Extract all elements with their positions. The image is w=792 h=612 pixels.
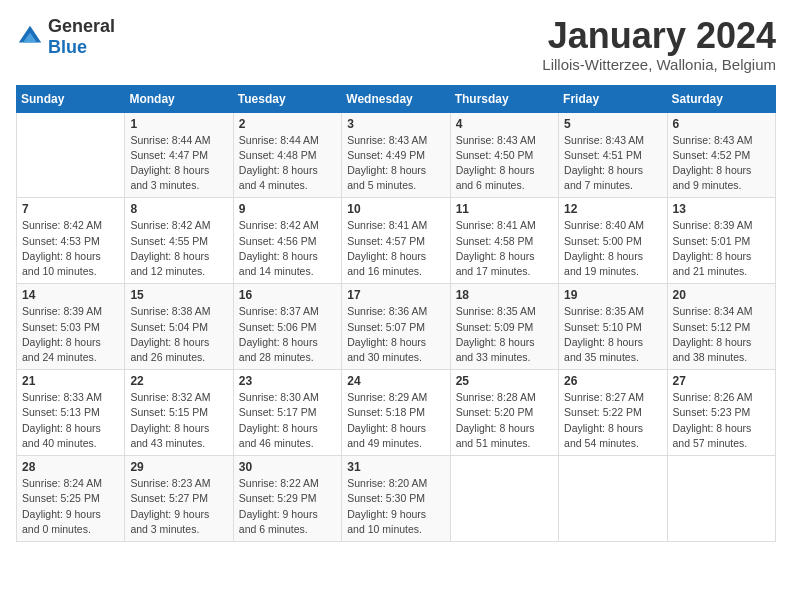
- day-info: Sunrise: 8:42 AM Sunset: 4:53 PM Dayligh…: [22, 218, 119, 279]
- day-number: 16: [239, 288, 336, 302]
- day-info: Sunrise: 8:38 AM Sunset: 5:04 PM Dayligh…: [130, 304, 227, 365]
- day-number: 11: [456, 202, 553, 216]
- day-number: 13: [673, 202, 770, 216]
- day-number: 20: [673, 288, 770, 302]
- calendar-week-row: 21Sunrise: 8:33 AM Sunset: 5:13 PM Dayli…: [17, 370, 776, 456]
- day-number: 3: [347, 117, 444, 131]
- calendar-cell: 17Sunrise: 8:36 AM Sunset: 5:07 PM Dayli…: [342, 284, 450, 370]
- header-friday: Friday: [559, 85, 667, 112]
- day-number: 14: [22, 288, 119, 302]
- day-info: Sunrise: 8:39 AM Sunset: 5:03 PM Dayligh…: [22, 304, 119, 365]
- calendar-cell: 14Sunrise: 8:39 AM Sunset: 5:03 PM Dayli…: [17, 284, 125, 370]
- calendar-cell: 9Sunrise: 8:42 AM Sunset: 4:56 PM Daylig…: [233, 198, 341, 284]
- day-number: 15: [130, 288, 227, 302]
- day-number: 7: [22, 202, 119, 216]
- calendar-cell: 28Sunrise: 8:24 AM Sunset: 5:25 PM Dayli…: [17, 456, 125, 542]
- calendar-cell: 2Sunrise: 8:44 AM Sunset: 4:48 PM Daylig…: [233, 112, 341, 198]
- logo-text: General Blue: [48, 16, 115, 58]
- day-number: 22: [130, 374, 227, 388]
- logo-blue: Blue: [48, 37, 87, 57]
- calendar-cell: 19Sunrise: 8:35 AM Sunset: 5:10 PM Dayli…: [559, 284, 667, 370]
- day-number: 6: [673, 117, 770, 131]
- logo-general: General: [48, 16, 115, 36]
- calendar-cell: 26Sunrise: 8:27 AM Sunset: 5:22 PM Dayli…: [559, 370, 667, 456]
- calendar-cell: 5Sunrise: 8:43 AM Sunset: 4:51 PM Daylig…: [559, 112, 667, 198]
- calendar-cell: 1Sunrise: 8:44 AM Sunset: 4:47 PM Daylig…: [125, 112, 233, 198]
- day-info: Sunrise: 8:28 AM Sunset: 5:20 PM Dayligh…: [456, 390, 553, 451]
- day-info: Sunrise: 8:30 AM Sunset: 5:17 PM Dayligh…: [239, 390, 336, 451]
- day-number: 30: [239, 460, 336, 474]
- calendar-cell: [17, 112, 125, 198]
- calendar-cell: 27Sunrise: 8:26 AM Sunset: 5:23 PM Dayli…: [667, 370, 775, 456]
- day-info: Sunrise: 8:43 AM Sunset: 4:51 PM Dayligh…: [564, 133, 661, 194]
- day-info: Sunrise: 8:24 AM Sunset: 5:25 PM Dayligh…: [22, 476, 119, 537]
- day-info: Sunrise: 8:42 AM Sunset: 4:55 PM Dayligh…: [130, 218, 227, 279]
- day-info: Sunrise: 8:26 AM Sunset: 5:23 PM Dayligh…: [673, 390, 770, 451]
- main-title: January 2024: [542, 16, 776, 56]
- day-number: 21: [22, 374, 119, 388]
- calendar-cell: 24Sunrise: 8:29 AM Sunset: 5:18 PM Dayli…: [342, 370, 450, 456]
- calendar-cell: 8Sunrise: 8:42 AM Sunset: 4:55 PM Daylig…: [125, 198, 233, 284]
- day-number: 19: [564, 288, 661, 302]
- calendar-cell: 15Sunrise: 8:38 AM Sunset: 5:04 PM Dayli…: [125, 284, 233, 370]
- day-info: Sunrise: 8:42 AM Sunset: 4:56 PM Dayligh…: [239, 218, 336, 279]
- day-info: Sunrise: 8:37 AM Sunset: 5:06 PM Dayligh…: [239, 304, 336, 365]
- day-info: Sunrise: 8:23 AM Sunset: 5:27 PM Dayligh…: [130, 476, 227, 537]
- day-number: 18: [456, 288, 553, 302]
- day-number: 8: [130, 202, 227, 216]
- calendar-week-row: 14Sunrise: 8:39 AM Sunset: 5:03 PM Dayli…: [17, 284, 776, 370]
- calendar-cell: 20Sunrise: 8:34 AM Sunset: 5:12 PM Dayli…: [667, 284, 775, 370]
- calendar-cell: 4Sunrise: 8:43 AM Sunset: 4:50 PM Daylig…: [450, 112, 558, 198]
- day-info: Sunrise: 8:36 AM Sunset: 5:07 PM Dayligh…: [347, 304, 444, 365]
- header-monday: Monday: [125, 85, 233, 112]
- day-number: 12: [564, 202, 661, 216]
- calendar-cell: 31Sunrise: 8:20 AM Sunset: 5:30 PM Dayli…: [342, 456, 450, 542]
- calendar-cell: 22Sunrise: 8:32 AM Sunset: 5:15 PM Dayli…: [125, 370, 233, 456]
- day-number: 5: [564, 117, 661, 131]
- day-info: Sunrise: 8:43 AM Sunset: 4:49 PM Dayligh…: [347, 133, 444, 194]
- day-info: Sunrise: 8:44 AM Sunset: 4:47 PM Dayligh…: [130, 133, 227, 194]
- calendar-cell: 6Sunrise: 8:43 AM Sunset: 4:52 PM Daylig…: [667, 112, 775, 198]
- logo: General Blue: [16, 16, 115, 58]
- header-tuesday: Tuesday: [233, 85, 341, 112]
- day-info: Sunrise: 8:20 AM Sunset: 5:30 PM Dayligh…: [347, 476, 444, 537]
- header-wednesday: Wednesday: [342, 85, 450, 112]
- calendar-cell: [667, 456, 775, 542]
- day-number: 17: [347, 288, 444, 302]
- day-info: Sunrise: 8:41 AM Sunset: 4:58 PM Dayligh…: [456, 218, 553, 279]
- day-number: 9: [239, 202, 336, 216]
- calendar-week-row: 28Sunrise: 8:24 AM Sunset: 5:25 PM Dayli…: [17, 456, 776, 542]
- calendar-cell: [450, 456, 558, 542]
- day-number: 27: [673, 374, 770, 388]
- calendar-week-row: 7Sunrise: 8:42 AM Sunset: 4:53 PM Daylig…: [17, 198, 776, 284]
- day-number: 10: [347, 202, 444, 216]
- day-number: 29: [130, 460, 227, 474]
- calendar-table: Sunday Monday Tuesday Wednesday Thursday…: [16, 85, 776, 542]
- day-info: Sunrise: 8:43 AM Sunset: 4:50 PM Dayligh…: [456, 133, 553, 194]
- calendar-header-row: Sunday Monday Tuesday Wednesday Thursday…: [17, 85, 776, 112]
- day-info: Sunrise: 8:29 AM Sunset: 5:18 PM Dayligh…: [347, 390, 444, 451]
- calendar-cell: 18Sunrise: 8:35 AM Sunset: 5:09 PM Dayli…: [450, 284, 558, 370]
- calendar-cell: 13Sunrise: 8:39 AM Sunset: 5:01 PM Dayli…: [667, 198, 775, 284]
- calendar-cell: 30Sunrise: 8:22 AM Sunset: 5:29 PM Dayli…: [233, 456, 341, 542]
- day-number: 26: [564, 374, 661, 388]
- day-info: Sunrise: 8:33 AM Sunset: 5:13 PM Dayligh…: [22, 390, 119, 451]
- day-info: Sunrise: 8:39 AM Sunset: 5:01 PM Dayligh…: [673, 218, 770, 279]
- day-info: Sunrise: 8:34 AM Sunset: 5:12 PM Dayligh…: [673, 304, 770, 365]
- calendar-cell: 29Sunrise: 8:23 AM Sunset: 5:27 PM Dayli…: [125, 456, 233, 542]
- day-info: Sunrise: 8:32 AM Sunset: 5:15 PM Dayligh…: [130, 390, 227, 451]
- day-info: Sunrise: 8:44 AM Sunset: 4:48 PM Dayligh…: [239, 133, 336, 194]
- calendar-cell: 16Sunrise: 8:37 AM Sunset: 5:06 PM Dayli…: [233, 284, 341, 370]
- day-number: 28: [22, 460, 119, 474]
- day-number: 2: [239, 117, 336, 131]
- calendar-week-row: 1Sunrise: 8:44 AM Sunset: 4:47 PM Daylig…: [17, 112, 776, 198]
- calendar-cell: 3Sunrise: 8:43 AM Sunset: 4:49 PM Daylig…: [342, 112, 450, 198]
- day-number: 4: [456, 117, 553, 131]
- calendar-cell: [559, 456, 667, 542]
- day-number: 24: [347, 374, 444, 388]
- day-number: 23: [239, 374, 336, 388]
- calendar-cell: 25Sunrise: 8:28 AM Sunset: 5:20 PM Dayli…: [450, 370, 558, 456]
- title-area: January 2024 Lillois-Witterzee, Wallonia…: [542, 16, 776, 73]
- page-header: General Blue January 2024 Lillois-Witter…: [16, 16, 776, 73]
- calendar-cell: 11Sunrise: 8:41 AM Sunset: 4:58 PM Dayli…: [450, 198, 558, 284]
